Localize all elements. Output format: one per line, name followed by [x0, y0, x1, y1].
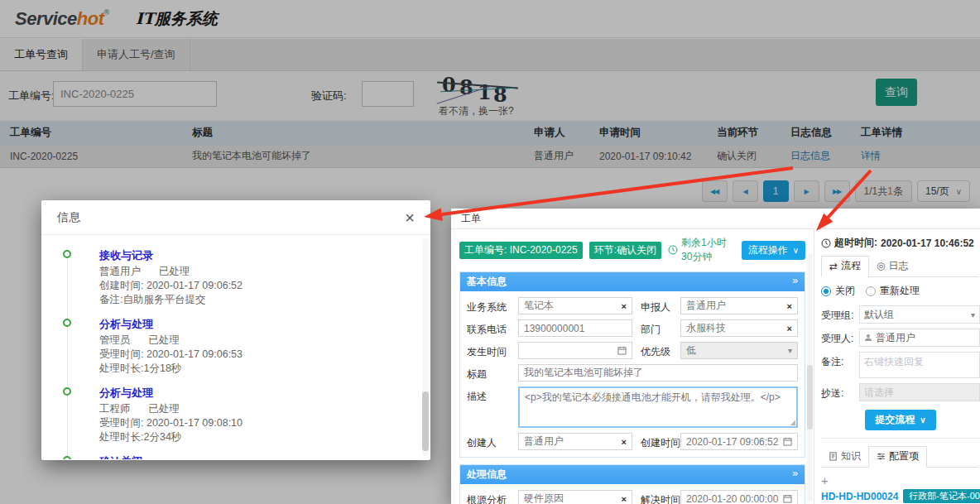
field-value: 13900000001 [524, 323, 584, 334]
calendar-icon [617, 346, 627, 355]
add-ci-button[interactable]: + [821, 474, 980, 487]
department-field[interactable]: 永服科技× [680, 319, 798, 337]
creator-field[interactable]: 普通用户× [518, 433, 632, 450]
applicant-field[interactable]: 普通用户× [680, 297, 798, 314]
log-icon: ◎ [877, 260, 885, 271]
handle-info-section: 处理信息» 根源分析 硬件原因× 解决时间 2020-01-20 00:00:0… [459, 464, 805, 504]
note-label: 备注: [821, 352, 859, 378]
priority-select[interactable]: 低▾ [680, 342, 798, 359]
submit-flow-label: 提交流程 [875, 413, 915, 427]
clear-icon[interactable]: × [622, 494, 627, 504]
timeline-note: 处理时长:1分18秒 [99, 362, 416, 376]
role: 管理员 [99, 334, 131, 346]
timeline-step-link[interactable]: 分析与处理 [99, 386, 416, 401]
field-value: 2020-01-20 00:00:00 [686, 493, 778, 504]
clock-icon [821, 238, 831, 248]
timeout-line: 超时时间: 2020-01-17 10:46:52 [821, 236, 980, 250]
ci-item: HD-HD-HD00024 行政部-笔记本-001 [821, 489, 980, 503]
role: 普通用户 [99, 266, 141, 277]
solve-time-field[interactable]: 2020-01-20 00:00:00 [680, 490, 798, 504]
clear-icon[interactable]: × [622, 437, 627, 447]
timeline-step-link[interactable]: 分析与处理 [99, 317, 416, 332]
collapse-icon[interactable]: » [792, 275, 798, 289]
field-label: 解决时间 [632, 490, 680, 504]
group-label: 受理组: [821, 305, 859, 324]
timeline-role-line: 工程师已处理 [99, 402, 416, 416]
timeline-step-link[interactable]: 接收与记录 [99, 248, 416, 263]
dialog-body: 接收与记录 普通用户已处理 创建时间: 2020-01-17 09:06:52 … [41, 235, 430, 459]
scrollbar-thumb[interactable] [807, 365, 813, 430]
group-select[interactable]: 默认组▾ [859, 305, 980, 324]
field-label: 创建时间 [632, 433, 680, 450]
tab-config-items[interactable]: 配置项 [868, 446, 927, 468]
timeline-step-link[interactable]: 确认关闭 [99, 454, 416, 459]
form-scrollbar[interactable] [807, 254, 813, 501]
business-system-field[interactable]: 笔记本× [518, 297, 632, 314]
tab-knowledge[interactable]: 知识 [821, 446, 868, 467]
flow-icon: ⇄ [829, 261, 838, 272]
ci-tag-badge: 行政部-笔记本-001 [903, 489, 980, 503]
create-time-field[interactable]: 2020-01-17 09:06:52 [680, 433, 798, 450]
clear-icon[interactable]: × [787, 301, 792, 311]
field-label: 联系电话 [467, 319, 518, 337]
field-value: 我的笔记本电池可能坏掉了 [524, 366, 643, 380]
radio-close[interactable] [821, 286, 831, 296]
scrollbar-thumb[interactable] [422, 391, 429, 451]
timeline-node-icon [63, 250, 71, 258]
tab-label: 日志 [889, 259, 909, 273]
process-actions-label: 流程操作 [748, 243, 788, 257]
workorder-form: 工单编号: INC-2020-0225 环节:确认关闭 剩余1小时30分钟 流程… [451, 229, 814, 504]
workorder-panel: 工单 工单编号: INC-2020-0225 环节:确认关闭 剩余1小时30分钟… [451, 209, 980, 504]
timeline-time: 受理时间: 2020-01-17 09:08:10 [99, 416, 416, 430]
field-value: 普通用户 [524, 434, 564, 449]
section-header: 基本信息» [460, 272, 805, 291]
cc-field[interactable]: 请选择 [859, 383, 980, 401]
field-label: 根源分析 [467, 490, 518, 504]
tab-flow[interactable]: ⇄流程 [821, 256, 869, 277]
remaining-time: 剩余1小时30分钟 [668, 236, 735, 264]
close-icon[interactable]: × [405, 209, 415, 226]
dialog-scrollbar[interactable] [422, 238, 429, 456]
chevron-down-icon: ∨ [920, 415, 925, 425]
assignee-field[interactable]: 普通用户 [859, 329, 980, 347]
field-value: 永服科技 [686, 321, 726, 335]
occur-time-field[interactable] [518, 342, 632, 359]
timeline-role-line: 普通用户已处理 [99, 265, 416, 279]
status: 已处理 [159, 266, 190, 277]
phone-field[interactable]: 13900000001 [518, 319, 632, 337]
timeline-note: 处理时长:2分34秒 [99, 430, 416, 444]
title-field[interactable]: 我的笔记本电池可能坏掉了 [518, 364, 798, 382]
radio-label: 关闭 [835, 284, 855, 298]
note-textarea[interactable]: 右键快速回复 [859, 352, 980, 378]
root-cause-field[interactable]: 硬件原因× [518, 490, 632, 504]
tab-log[interactable]: ◎日志 [869, 256, 915, 276]
clear-icon[interactable]: × [622, 301, 627, 311]
description-textarea[interactable]: <p>我的笔记本必须接通电池才能开机，请帮我处理。</p> [518, 386, 798, 428]
timeout-value: 2020-01-17 10:46:52 [881, 238, 974, 249]
step-badge: 环节:确认关闭 [589, 242, 661, 259]
calendar-icon [783, 494, 792, 503]
knowledge-ci-tabs: 知识 配置项 [821, 446, 978, 468]
flow-log-tabs: ⇄流程 ◎日志 [821, 256, 978, 277]
timeline-node-icon [63, 456, 71, 459]
radio-reprocess[interactable] [866, 286, 876, 296]
clear-icon[interactable]: × [787, 324, 792, 334]
field-label: 优先级 [632, 342, 680, 359]
field-label: 业务系统 [467, 297, 518, 314]
assignee-label: 受理人: [821, 329, 859, 347]
section-header: 处理信息» [460, 465, 805, 484]
submit-flow-button[interactable]: 提交流程∨ [865, 410, 935, 430]
timeline-entry: 分析与处理 管理员已处理 受理时间: 2020-01-17 09:06:53 处… [63, 317, 416, 376]
field-value: 低 [686, 343, 696, 358]
timeline-time: 受理时间: 2020-01-17 09:06:53 [99, 348, 416, 362]
ci-code-link[interactable]: HD-HD-HD00024 [821, 491, 898, 502]
screen: Servicehot® IT服务系统 工单号查询 申请人工号/查询 工单编号: … [0, 0, 980, 504]
process-actions-button[interactable]: 流程操作∨ [742, 241, 805, 260]
field-label: 部门 [632, 319, 680, 337]
timeline-time: 创建时间: 2020-01-17 09:06:52 [99, 279, 416, 293]
tab-label: 流程 [841, 259, 861, 273]
collapse-icon[interactable]: » [792, 468, 798, 482]
timeout-label: 超时时间: [834, 236, 877, 250]
field-value: 硬件原因 [524, 492, 564, 504]
user-icon [864, 334, 872, 342]
